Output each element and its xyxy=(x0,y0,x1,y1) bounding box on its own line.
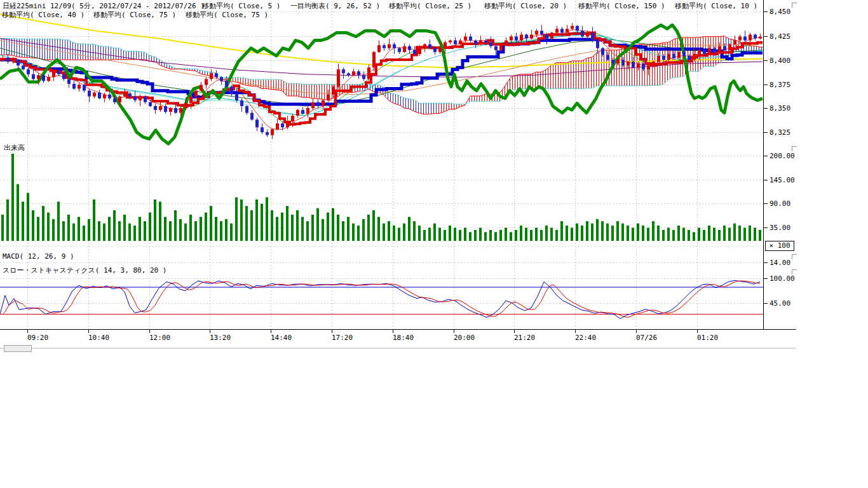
volume-panel-label: 出来高 xyxy=(4,144,25,152)
axis-tick-label: 8,375 xyxy=(770,81,790,89)
ichimoku-tenkan-kijun xyxy=(0,32,763,124)
horizontal-scrollbar-track[interactable] xyxy=(0,348,796,349)
chikou-line xyxy=(0,25,763,144)
axis-tick-label: 8,350 xyxy=(770,104,790,112)
time-tick-label: 01:20 xyxy=(697,334,718,342)
time-tick-label: 20:00 xyxy=(454,334,475,342)
time-tick-label: 07/26 xyxy=(636,334,657,342)
axis-tick-label: 35.00 xyxy=(770,224,790,232)
stoch-k-line xyxy=(0,280,760,318)
legend-item: 移動平均( Close, 5 ) xyxy=(202,1,280,11)
horizontal-scrollbar-thumb[interactable] xyxy=(4,345,32,352)
chart-canvas[interactable] xyxy=(0,0,868,488)
axis-tick-label: 8,400 xyxy=(770,57,790,65)
stochastics-panel-label: スロー・ストキャスティクス( 14, 3, 80, 20 ) xyxy=(3,267,166,274)
legend-item: 移動平均( Close, 10 ) xyxy=(675,1,757,11)
time-tick-label: 17:20 xyxy=(332,334,353,342)
legend-item: 一目均衡表( 9, 26, 52 ) xyxy=(290,1,380,11)
volume-multiplier-badge: × 100 xyxy=(765,241,794,251)
axis-tick-label: 145.00 xyxy=(770,176,795,184)
time-tick-label: 12:00 xyxy=(149,334,170,342)
legend-item: 移動平均( Close, 40 ) xyxy=(2,10,85,20)
time-tick-label: 14:40 xyxy=(271,334,292,342)
macd-panel-label: MACD( 12, 26, 9 ) xyxy=(3,253,74,261)
legend-item: 移動平均( Close, 75 ) xyxy=(186,10,268,20)
time-tick-label: 22:40 xyxy=(575,334,596,342)
panel-resize-handle-main[interactable] xyxy=(792,3,797,8)
axis-tick-label: 100.00 xyxy=(770,274,795,283)
stochastics-lines xyxy=(0,280,763,318)
legend-item: 移動平均( Close, 150 ) xyxy=(578,1,665,11)
time-tick-label: 13:20 xyxy=(210,334,231,342)
time-tick-label: 09:20 xyxy=(27,334,48,342)
panel-resize-handle-stoch[interactable] xyxy=(792,269,797,274)
stoch-d-line xyxy=(0,281,760,317)
axis-tick-label: 8,450 xyxy=(770,8,790,16)
time-tick-label: 10:40 xyxy=(88,334,109,342)
legend-item: 日経225mini 12/09( 5分, 2012/07/24 - 2012/0… xyxy=(3,1,205,11)
axis-tick-label: 90.00 xyxy=(770,200,790,208)
panel-resize-handle-volume[interactable] xyxy=(792,146,797,151)
trading-chart-window: 日経225mini 12/09( 5分, 2012/07/24 - 2012/0… xyxy=(0,0,868,488)
axis-tick-label: 8,425 xyxy=(770,32,790,41)
axis-tick-label: 45.00 xyxy=(770,299,790,308)
axis-tick-label: 14.00 xyxy=(770,259,790,267)
indicator-legend-row-2: 移動平均( Close, 40 )移動平均( Close, 75 )移動平均( … xyxy=(0,10,763,18)
indicator-legend-row-1: 日経225mini 12/09( 5分, 2012/07/24 - 2012/0… xyxy=(0,1,763,10)
axis-tick-label: 200.00 xyxy=(770,152,795,160)
time-tick-label: 21:20 xyxy=(514,334,535,342)
legend-item: 移動平均( Close, 75 ) xyxy=(93,10,176,20)
panel-resize-handle-macd[interactable] xyxy=(792,254,797,259)
axis-tick-label: 8,325 xyxy=(770,128,790,137)
legend-item: 移動平均( Close, 25 ) xyxy=(389,1,471,11)
legend-item: 移動平均( Close, 20 ) xyxy=(484,1,567,11)
time-tick-label: 18:40 xyxy=(393,334,414,342)
